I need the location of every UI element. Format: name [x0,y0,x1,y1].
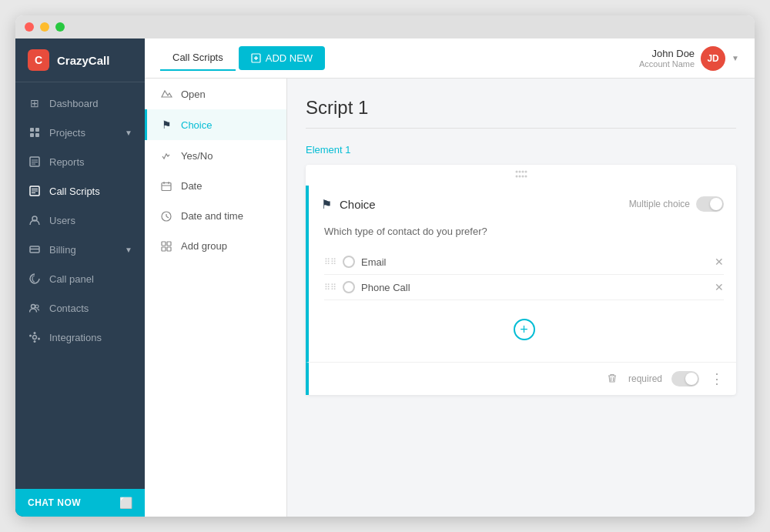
choice-radio[interactable] [343,256,355,268]
sidebar-item-integrations[interactable]: Integrations [15,323,145,352]
chat-icon: ⬜ [119,497,132,509]
sidebar-logo: C CrazyCall [15,38,145,82]
topbar-tabs: Call Scripts ADD NEW [160,45,639,71]
sidebar-item-billing[interactable]: Billing ▼ [15,235,145,264]
delete-icon[interactable] [607,373,618,386]
svg-point-37 [518,171,521,173]
script-card: ⚑ Choice Multiple choice Which type of c… [306,165,736,395]
sidebar-item-users[interactable]: Users [15,206,145,235]
svg-rect-25 [162,182,171,190]
choice-drag-handle[interactable]: ⠿⠿ [324,283,336,293]
svg-point-42 [521,176,524,178]
topbar: Call Scripts ADD NEW John Doe Account Na… [145,38,755,79]
sidebar-item-callpanel[interactable]: Call panel [15,264,145,293]
svg-point-36 [515,171,517,173]
drag-handle[interactable] [306,165,736,186]
choice-text: Email [361,256,708,268]
sidebar-item-projects[interactable]: Projects ▼ [15,118,145,147]
panel-item-label: Yes/No [181,150,213,162]
svg-point-18 [34,332,36,334]
close-button[interactable] [25,22,34,32]
svg-rect-33 [167,242,171,246]
sidebar-item-label: Call Scripts [49,186,100,197]
svg-point-17 [33,336,37,340]
sidebar-item-reports[interactable]: Reports [15,147,145,176]
integrations-icon [28,330,42,344]
add-new-button[interactable]: ADD NEW [239,46,325,70]
addgroup-icon [159,241,173,252]
svg-point-40 [515,176,517,178]
reports-icon [28,155,42,169]
sidebar-item-callscripts[interactable]: Call Scripts [15,176,145,206]
choice-delete-icon[interactable]: ✕ [715,281,724,293]
date-icon [159,181,173,192]
svg-rect-1 [35,128,39,132]
titlebar [15,15,755,38]
panel-item-label: Add group [181,240,227,252]
chat-button[interactable]: CHAT NOW ⬜ [15,489,145,517]
multiple-choice-label: Multiple choice [629,199,690,209]
svg-line-31 [166,216,169,218]
script-title: Script 1 [306,97,736,119]
card-footer: required ⋮ [306,362,736,395]
multiple-choice-toggle[interactable] [696,196,724,212]
svg-point-21 [38,338,40,340]
content-area: Call Scripts ADD NEW John Doe Account Na… [145,38,755,517]
sidebar-item-label: Contacts [49,303,89,314]
svg-point-19 [34,340,36,343]
choice-text: Phone Call [361,282,708,293]
sidebar-item-label: Integrations [49,332,102,343]
chevron-down-icon[interactable]: ▼ [732,54,739,62]
billing-icon [28,243,42,256]
tab-callscripts[interactable]: Call Scripts [160,45,236,71]
right-panel: Script 1 Element 1 [287,79,755,517]
panel-item-datetime[interactable]: Date and time [145,201,286,231]
maximize-button[interactable] [55,22,65,32]
script-divider [306,128,736,129]
choice-radio[interactable] [343,281,355,293]
user-account: Account Name [639,59,695,69]
yesno-icon [159,149,173,162]
choice-icon: ⚑ [159,119,173,131]
required-toggle[interactable] [671,371,699,386]
card-header: ⚑ Choice Multiple choice [306,186,736,219]
minimize-button[interactable] [40,22,49,32]
element-label: Element 1 [306,144,736,156]
sidebar-item-label: Reports [49,156,85,168]
add-choice-button[interactable]: + [514,319,535,340]
users-icon [28,213,42,227]
panel-item-open[interactable]: Open [145,79,286,109]
logo-text: CrazyCall [57,54,109,67]
user-profile: John Doe Account Name JD ▼ [639,46,739,71]
sidebar-item-label: Projects [49,127,85,139]
app-body: C CrazyCall ⊞ Dashboard [15,38,755,517]
more-options-icon[interactable]: ⋮ [710,370,724,387]
svg-point-41 [518,176,521,178]
panel-item-date[interactable]: Date [145,171,286,201]
panel-item-yesno[interactable]: Yes/No [145,140,286,171]
projects-icon [28,125,42,139]
sidebar-item-contacts[interactable]: Contacts [15,293,145,323]
panel-item-label: Open [181,89,206,100]
sidebar-nav: ⊞ Dashboard Projects ▼ [15,82,145,489]
svg-rect-34 [162,247,166,251]
panel-item-label: Date [181,180,202,192]
panel-item-label: Date and time [181,210,243,222]
card-title: Choice [340,198,629,211]
svg-rect-32 [162,242,166,246]
choice-delete-icon[interactable]: ✕ [715,256,724,268]
sidebar-item-dashboard[interactable]: ⊞ Dashboard [15,89,145,118]
sidebar-item-label: Dashboard [49,98,99,109]
sidebar: C CrazyCall ⊞ Dashboard [15,38,145,517]
user-name: John Doe [639,48,695,59]
user-info: John Doe Account Name [639,48,695,69]
panel-item-addgroup[interactable]: Add group [145,231,286,261]
required-label: required [628,373,662,384]
contacts-icon [28,301,42,315]
add-new-label: ADD NEW [266,52,313,64]
choice-drag-handle[interactable]: ⠿⠿ [324,257,336,267]
svg-rect-2 [30,133,34,137]
svg-point-16 [35,305,38,308]
app-window: C CrazyCall ⊞ Dashboard [15,15,755,517]
panel-item-choice[interactable]: ⚑ Choice [145,109,286,140]
